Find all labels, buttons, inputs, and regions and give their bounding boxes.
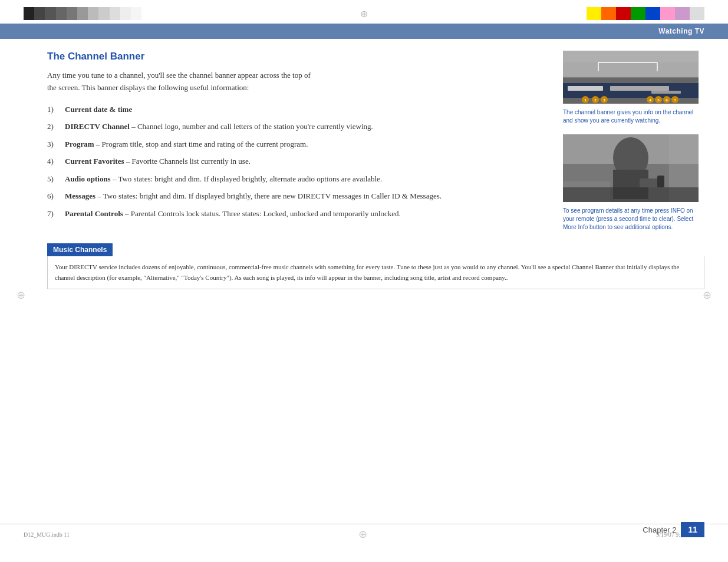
- intro-line2: the screen. This banner displays the fol…: [47, 83, 249, 92]
- list-content-6: Messages – Two states: bright and dim. I…: [65, 190, 545, 202]
- list-content-3: Program – Program title, stop and start …: [65, 138, 545, 150]
- section-header-band: Watching TV: [0, 24, 728, 39]
- right-column: 1 2 3 4 5 6 7 The channel banner gives y…: [563, 51, 704, 232]
- list-content-1: Current date & time: [65, 104, 545, 115]
- svg-rect-31: [657, 176, 664, 187]
- channel-banner-image: 1 2 3 4 5 6 7: [563, 51, 699, 104]
- svg-text:6: 6: [666, 98, 668, 103]
- left-color-strip: [24, 7, 141, 20]
- list-num-2: 2): [47, 121, 65, 133]
- channel-banner-caption: The channel banner gives you info on the…: [563, 108, 704, 125]
- list-num-7: 7): [47, 208, 65, 220]
- list-item-1: 1) Current date & time: [47, 104, 545, 115]
- chapter-page-area: Chapter 2 11: [643, 522, 704, 537]
- program-caption: To see program details at any time press…: [563, 207, 704, 232]
- svg-text:3: 3: [603, 98, 605, 103]
- section-title: The Channel Banner: [47, 51, 545, 62]
- chapter-label: Chapter 2: [643, 525, 676, 534]
- list-item-7: 7) Parental Controls – Parental Controls…: [47, 208, 545, 220]
- left-column: The Channel Banner Any time you tune to …: [47, 51, 545, 232]
- right-margin-mark: ⊕: [703, 289, 711, 302]
- intro-paragraph: Any time you tune to a channel, you'll s…: [47, 70, 545, 94]
- svg-rect-7: [610, 86, 669, 91]
- main-content: The Channel Banner Any time you tune to …: [0, 39, 728, 232]
- left-margin-mark: ⊕: [17, 289, 25, 302]
- program-image: [563, 134, 699, 202]
- list-content-7: Parental Controls – Parental Controls lo…: [65, 208, 545, 220]
- footer-bar: D12_MUG.indb 11 ⊕ 9/19/07 9:39:44 AM: [0, 524, 728, 544]
- list-content-5: Audio options – Two states: bright and d…: [65, 173, 545, 185]
- svg-rect-8: [651, 91, 681, 94]
- list-num-3: 3): [47, 138, 65, 150]
- list-content-4: Current Favorites – Favorite Channels li…: [65, 156, 545, 167]
- section-header-label: Watching TV: [658, 27, 704, 35]
- music-channels-body: Your DIRECTV service includes dozens of …: [47, 256, 704, 289]
- svg-text:4: 4: [649, 98, 651, 103]
- list-item-2: 2) DIRECTV Channel – Channel logo, numbe…: [47, 121, 545, 133]
- list-num-4: 4): [47, 156, 65, 167]
- list-content-2: DIRECTV Channel – Channel logo, number a…: [65, 121, 545, 133]
- list-item-6: 6) Messages – Two states: bright and dim…: [47, 190, 545, 202]
- svg-rect-4: [563, 51, 699, 62]
- svg-rect-34: [563, 187, 699, 202]
- right-color-strip: [587, 7, 704, 20]
- svg-text:7: 7: [674, 98, 676, 103]
- top-bar: ⊕: [0, 0, 728, 20]
- list-item-5: 5) Audio options – Two states: bright an…: [47, 173, 545, 185]
- page-number-box: 11: [681, 522, 704, 537]
- music-channels-header: Music Channels: [47, 243, 113, 256]
- list-num-5: 5): [47, 173, 65, 185]
- list-num-1: 1): [47, 104, 65, 115]
- music-channels-section: Music Channels Your DIRECTV service incl…: [0, 243, 728, 289]
- intro-line1: Any time you tune to a channel, you'll s…: [47, 71, 311, 80]
- center-registration-mark: ⊕: [360, 8, 368, 19]
- svg-text:1: 1: [584, 98, 587, 103]
- svg-rect-6: [568, 86, 603, 91]
- program-screenshot: [563, 134, 704, 202]
- list-num-6: 6): [47, 190, 65, 202]
- svg-text:5: 5: [657, 98, 660, 103]
- svg-text:2: 2: [594, 98, 597, 103]
- music-channels-header-wrapper: Music Channels: [47, 243, 704, 256]
- channel-banner-screenshot: 1 2 3 4 5 6 7: [563, 51, 704, 104]
- footer-left: D12_MUG.indb 11: [24, 531, 70, 538]
- footer-center-mark: ⊕: [358, 528, 367, 541]
- list-item-4: 4) Current Favorites – Favorite Channels…: [47, 156, 545, 167]
- list-item-3: 3) Program – Program title, stop and sta…: [47, 138, 545, 150]
